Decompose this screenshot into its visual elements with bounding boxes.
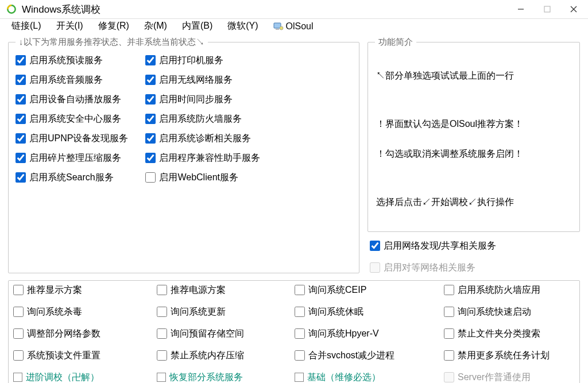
chk-g-3-3[interactable]: 禁用更多系统任务计划: [444, 350, 587, 361]
chk-g-1-3[interactable]: 询问系统快速启动: [444, 306, 587, 318]
maximize-button[interactable]: [534, 0, 560, 18]
menu-olsoul-label: OlSoul: [286, 21, 314, 32]
chk-network-discovery[interactable]: 启用网络发现/共享相关服务: [370, 240, 580, 252]
chk-special-advanced[interactable]: 进阶调校（卍解）: [13, 372, 151, 383]
menubar: 链接(L) 开关(I) 修复(R) 杂(M) 内置(B) 微软(Y) OlSou…: [0, 19, 588, 33]
group-services: ↓以下为常用服务推荐状态、并非系统当前状态↘ 启用系统预读服务 启用系统音频服务…: [8, 37, 359, 273]
chk-g-0-0[interactable]: 推荐显示方案: [13, 284, 151, 296]
chk-svc-a3[interactable]: 启用系统安全中心服务: [16, 113, 128, 125]
tristate-icon: [295, 373, 304, 382]
chk-svc-a1[interactable]: 启用系统音频服务: [16, 74, 128, 86]
services-col-a: 启用系统预读服务 启用系统音频服务 启用设备自动播放服务 启用系统安全中心服务 …: [16, 52, 128, 183]
client-area: ↓以下为常用服务推荐状态、并非系统当前状态↘ 启用系统预读服务 启用系统音频服务…: [0, 33, 588, 383]
minimize-button[interactable]: [508, 0, 534, 18]
intro-line4: 选择后点击↙开始调校↙执行操作: [376, 195, 572, 210]
svg-rect-6: [276, 29, 279, 30]
chk-g-0-1[interactable]: 推荐电源方案: [157, 284, 289, 296]
intro-line3: ！勾选或取消来调整系统服务启闭！: [376, 146, 572, 161]
menu-ms[interactable]: 微软(Y): [225, 19, 260, 33]
chk-g-2-2[interactable]: 询问系统Hpyer-V: [295, 328, 438, 339]
services-col-b: 启用打印机服务 启用无线网络服务 启用时间同步服务 启用系统防火墙服务 启用系统…: [145, 52, 260, 183]
chk-svc-a4[interactable]: 启用UPNP设备发现服务: [16, 133, 128, 144]
group-intro: 功能简介 ↖部分单独选项试试最上面的一行 ！界面默认勾选是OlSoul推荐方案！…: [368, 37, 580, 232]
options-panel: 推荐显示方案 推荐电源方案 询问系统CEIP 启用系统防火墙应用 询问系统杀毒 …: [8, 280, 580, 383]
menu-misc[interactable]: 杂(M): [142, 19, 169, 33]
menu-olsoul[interactable]: OlSoul: [271, 20, 316, 33]
menu-link[interactable]: 链接(L): [9, 19, 44, 33]
chk-special-basic[interactable]: 基础（维修必选）: [295, 372, 438, 383]
olsoul-icon: [273, 22, 284, 31]
chk-svc-b0[interactable]: 启用打印机服务: [145, 55, 260, 66]
intro-line2: ！界面默认勾选是OlSoul推荐方案！: [376, 117, 572, 131]
chk-g-2-3[interactable]: 禁止文件夹分类搜索: [444, 328, 587, 339]
chk-svc-b6[interactable]: 启用WebClient服务: [145, 172, 260, 183]
close-button[interactable]: [560, 0, 587, 18]
chk-g-3-0[interactable]: 系统预读文件重置: [13, 350, 151, 361]
chk-svc-b2[interactable]: 启用时间同步服务: [145, 94, 260, 105]
menu-builtin[interactable]: 内置(B): [180, 19, 215, 33]
chk-g-1-2[interactable]: 询问系统休眠: [295, 306, 438, 318]
chk-svc-a5[interactable]: 启用碎片整理压缩服务: [16, 152, 128, 164]
chk-g-3-1[interactable]: 禁止系统内存压缩: [157, 350, 289, 361]
svg-point-7: [280, 26, 283, 30]
menu-switch[interactable]: 开关(I): [54, 19, 86, 33]
svg-rect-2: [544, 6, 550, 12]
options-grid: 推荐显示方案 推荐电源方案 询问系统CEIP 启用系统防火墙应用 询问系统杀毒 …: [9, 281, 579, 383]
window-title: Windows系统调校: [22, 3, 100, 16]
chk-svc-a6[interactable]: 启用系统Search服务: [16, 172, 128, 183]
chk-svc-b5[interactable]: 启用程序兼容性助手服务: [145, 152, 260, 164]
intro-text: ↖部分单独选项试试最上面的一行 ！界面默认勾选是OlSoul推荐方案！ ！勾选或…: [375, 52, 574, 226]
chk-svc-b3[interactable]: 启用系统防火墙服务: [145, 113, 260, 125]
group-services-legend: ↓以下为常用服务推荐状态、并非系统当前状态↘: [16, 37, 208, 48]
chk-g-1-0[interactable]: 询问系统杀毒: [13, 306, 151, 318]
group-intro-legend: 功能简介: [375, 37, 416, 48]
tristate-icon: [157, 373, 166, 382]
tristate-icon: [13, 373, 22, 382]
chk-g-2-0[interactable]: 调整部分网络参数: [13, 328, 151, 339]
app-icon: [6, 3, 17, 15]
menu-repair[interactable]: 修复(R): [96, 19, 131, 33]
chk-g-0-2[interactable]: 询问系统CEIP: [295, 284, 438, 296]
chk-svc-a0[interactable]: 启用系统预读服务: [16, 55, 128, 66]
chk-g-2-1[interactable]: 询问预留存储空间: [157, 328, 289, 339]
chk-g-0-3[interactable]: 启用系统防火墙应用: [444, 284, 587, 296]
chk-svc-b4[interactable]: 启用系统诊断相关服务: [145, 133, 260, 144]
intro-line1: ↖部分单独选项试试最上面的一行: [376, 68, 572, 83]
chk-special-server[interactable]: Server作普通使用: [444, 372, 587, 383]
chk-g-1-1[interactable]: 询问系统更新: [157, 306, 289, 318]
titlebar: Windows系统调校: [0, 0, 588, 19]
chk-special-restore[interactable]: 恢复部分系统服务: [157, 372, 289, 383]
chk-g-3-2[interactable]: 合并svchost减少进程: [295, 350, 438, 361]
window-root: Windows系统调校 链接(L) 开关(I) 修复(R) 杂(M) 内置(B)…: [0, 0, 588, 383]
chk-svc-a2[interactable]: 启用设备自动播放服务: [16, 94, 128, 105]
chk-p2p-services[interactable]: 启用对等网络相关服务: [370, 262, 580, 273]
chk-svc-b1[interactable]: 启用无线网络服务: [145, 74, 260, 86]
